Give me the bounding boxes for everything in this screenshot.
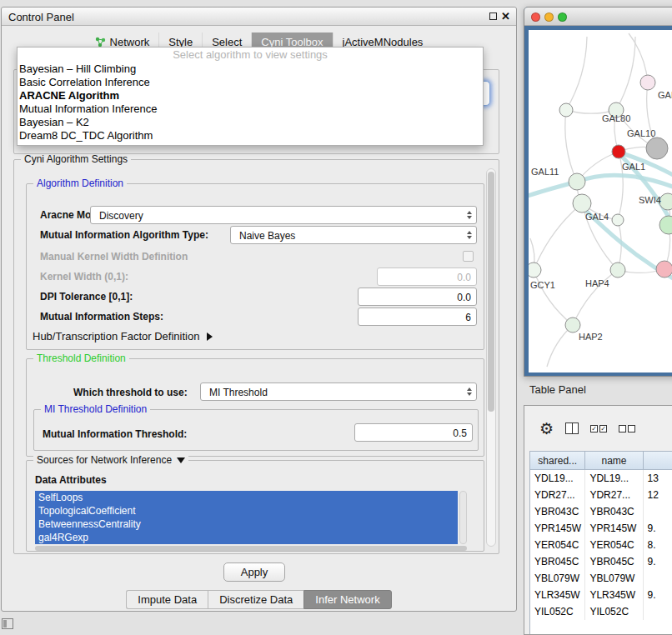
table-row[interactable]: YLR345WYLR345W9. xyxy=(530,587,672,603)
dpi-tolerance-field[interactable]: 0.0 xyxy=(358,288,477,306)
network-edge xyxy=(616,37,635,110)
show-panel-icon[interactable] xyxy=(2,618,13,629)
mi-threshold-group-title: MI Threshold Definition xyxy=(41,403,150,415)
node-label: GAL xyxy=(658,90,672,100)
close-traffic-button[interactable] xyxy=(531,12,540,22)
settings-scrollbar[interactable] xyxy=(486,168,496,547)
table-row[interactable]: YBR043CYBR043C xyxy=(530,503,672,520)
mi-steps-field[interactable]: 6 xyxy=(358,308,477,326)
network-node[interactable] xyxy=(529,262,541,278)
control-panel-window: Control Panel ✕ Network Style Select Cyn… xyxy=(1,7,517,612)
network-node[interactable] xyxy=(559,103,573,117)
mi-threshold-field[interactable]: 0.5 xyxy=(354,423,473,442)
table-cell: YDL19... xyxy=(585,470,643,487)
network-node[interactable] xyxy=(646,138,668,159)
table-cell: YER054C xyxy=(530,537,585,553)
column-header-partial[interactable] xyxy=(644,452,672,470)
algorithm-definition-title: Algorithm Definition xyxy=(33,178,127,189)
network-window-titlebar[interactable] xyxy=(524,8,672,26)
table-row[interactable]: YER054CYER054C8. xyxy=(530,537,672,553)
mi-type-select[interactable]: Naive Bayes xyxy=(230,226,477,244)
network-node[interactable] xyxy=(573,194,591,212)
table-row[interactable]: YBR045CYBR045C9. xyxy=(530,553,672,570)
hub-definition-toggle[interactable]: Hub/Transcription Factor Definition xyxy=(33,330,213,342)
table-cell: YBR045C xyxy=(585,553,643,570)
sources-title[interactable]: Sources for Network Inference xyxy=(33,454,188,466)
algorithm-option[interactable]: Basic Correlation Inference xyxy=(18,76,483,89)
zoom-traffic-button[interactable] xyxy=(558,12,567,22)
table-cell: YBL079W xyxy=(530,570,585,587)
float-window-icon[interactable] xyxy=(489,12,497,20)
collapse-arrow-icon xyxy=(177,458,185,463)
columns-icon[interactable] xyxy=(565,422,579,434)
network-node[interactable] xyxy=(640,75,655,90)
algorithm-option[interactable]: Bayesian – Hill Climbing xyxy=(18,62,483,76)
algorithm-option[interactable]: Mutual Information Inference xyxy=(18,102,483,116)
attribute-item[interactable]: BetweennessCentrality xyxy=(35,518,458,531)
network-node[interactable] xyxy=(659,193,672,210)
table-row[interactable]: YIL052CYIL052C xyxy=(530,603,672,620)
unchecked-box-icon xyxy=(628,425,635,432)
minimize-traffic-button[interactable] xyxy=(544,12,554,22)
table-cell: 9. xyxy=(644,520,672,537)
gear-icon[interactable]: ⚙ xyxy=(539,421,554,437)
desktop: Control Panel ✕ Network Style Select Cyn… xyxy=(0,0,672,635)
select-all-icon[interactable]: ✓ ✓ xyxy=(590,425,607,432)
tab-discretize-data[interactable]: Discretize Data xyxy=(208,590,303,609)
network-node[interactable] xyxy=(659,216,672,234)
kernel-width-field[interactable]: 0.0 xyxy=(377,268,477,286)
cyni-algorithm-settings-group: Cyni Algorithm Settings Algorithm Defini… xyxy=(13,159,499,554)
expand-arrow-icon xyxy=(207,332,213,341)
control-panel-titlebar: Control Panel ✕ xyxy=(2,8,516,26)
table-row[interactable]: YBL079WYBL079W xyxy=(530,570,672,587)
combo-arrows-icon xyxy=(467,388,472,396)
column-header-name[interactable]: name xyxy=(585,452,643,470)
network-node[interactable] xyxy=(656,261,672,278)
data-attributes-list[interactable]: SelfLoopsTopologicalCoefficientBetweenne… xyxy=(35,491,458,544)
mi-threshold-label: Mutual Information Threshold: xyxy=(43,428,187,440)
sources-group: Sources for Network Inference Data Attri… xyxy=(26,460,484,552)
table-row[interactable]: YDL19...YDL19...13 xyxy=(530,470,672,487)
table-toolbar: ⚙ ✓ ✓ xyxy=(524,406,672,451)
table-cell: 8. xyxy=(644,537,672,553)
network-node[interactable] xyxy=(612,214,624,226)
algorithm-option[interactable]: Bayesian – K2 xyxy=(18,116,483,129)
threshold-definition-group: Threshold Definition Which threshold to … xyxy=(26,358,484,457)
network-node[interactable] xyxy=(569,173,585,190)
checked-box-icon: ✓ xyxy=(590,425,598,432)
algorithm-option[interactable]: Dream8 DC_TDC Algorithm xyxy=(18,129,483,142)
deselect-all-icon[interactable] xyxy=(619,425,635,432)
mi-type-label: Mutual Information Algorithm Type: xyxy=(40,229,208,241)
algorithm-popup-list: Bayesian – Hill ClimbingBasic Correlatio… xyxy=(18,62,483,142)
algorithm-dropdown-popup: Select algorithm to view settings Bayesi… xyxy=(17,47,484,146)
tab-infer-network[interactable]: Infer Network xyxy=(303,590,391,609)
network-canvas[interactable]: GALGAL80GAL10GAL11GAL1SWI4GAL4GCY1HAP4HA… xyxy=(529,30,672,372)
which-threshold-value: MI Threshold xyxy=(209,387,268,398)
attributes-horizontal-scrollbar[interactable] xyxy=(35,546,467,551)
network-node[interactable] xyxy=(610,262,625,278)
table-row[interactable]: YPR145WYPR145W9. xyxy=(530,520,672,537)
node-label: SWI4 xyxy=(639,195,661,205)
table-cell: YER054C xyxy=(585,537,643,553)
which-threshold-select[interactable]: MI Threshold xyxy=(200,382,477,401)
close-icon[interactable]: ✕ xyxy=(501,10,510,22)
manual-kernel-checkbox[interactable] xyxy=(463,251,474,262)
table-cell: YBR045C xyxy=(530,553,585,570)
settings-scrollbar-thumb[interactable] xyxy=(488,172,494,412)
attributes-vertical-scrollbar[interactable] xyxy=(459,491,467,544)
apply-button[interactable]: Apply xyxy=(223,562,285,582)
attribute-item[interactable]: SelfLoops xyxy=(35,491,458,504)
attribute-item[interactable]: TopologicalCoefficient xyxy=(35,504,458,518)
algorithm-option[interactable]: ARACNE Algorithm xyxy=(18,89,483,102)
tab-impute-data[interactable]: Impute Data xyxy=(126,590,208,609)
network-node[interactable] xyxy=(612,145,625,158)
table-panel-window: ⚙ ✓ ✓ shared... name YDL19...YDL19...13Y… xyxy=(524,405,672,635)
column-header-shared-name[interactable]: shared... xyxy=(530,452,585,470)
table-row[interactable]: YDR27...YDR27...12 xyxy=(530,487,672,503)
table-cell: YIL052C xyxy=(530,603,585,620)
aracne-mode-select[interactable]: Discovery xyxy=(90,206,477,224)
attribute-item[interactable]: gal4RGexp xyxy=(35,531,458,544)
network-node[interactable] xyxy=(565,318,580,332)
manual-kernel-label: Manual Kernel Width Definition xyxy=(40,251,188,262)
table-cell xyxy=(644,570,672,587)
